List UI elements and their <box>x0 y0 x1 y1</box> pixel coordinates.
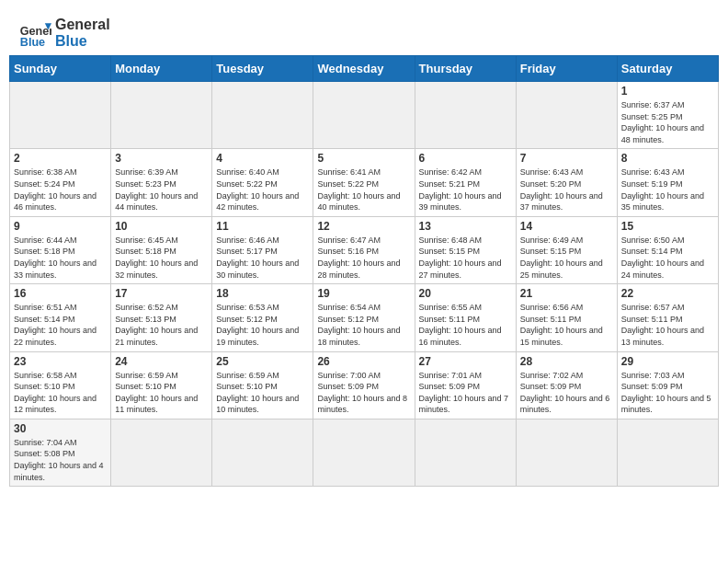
day-number: 25 <box>216 355 309 368</box>
calendar-day-cell: 17Sunrise: 6:52 AM Sunset: 5:13 PM Dayli… <box>111 284 212 351</box>
calendar-day-cell: 5Sunrise: 6:41 AM Sunset: 5:22 PM Daylig… <box>313 149 415 216</box>
calendar-day-cell <box>111 82 212 149</box>
day-number: 30 <box>14 422 107 435</box>
day-number: 9 <box>14 220 107 233</box>
logo-icon: General Blue <box>18 17 51 50</box>
calendar-week-row: 30Sunrise: 7:04 AM Sunset: 5:08 PM Dayli… <box>10 419 719 486</box>
day-of-week-header: Thursday <box>415 56 516 82</box>
day-sun-info: Sunrise: 6:46 AM Sunset: 5:17 PM Dayligh… <box>216 235 309 281</box>
calendar-day-cell: 2Sunrise: 6:38 AM Sunset: 5:24 PM Daylig… <box>10 149 111 216</box>
logo-blue-text: Blue <box>55 33 110 50</box>
calendar-day-cell: 11Sunrise: 6:46 AM Sunset: 5:17 PM Dayli… <box>212 216 313 283</box>
calendar-day-cell <box>516 82 617 149</box>
calendar-day-cell: 3Sunrise: 6:39 AM Sunset: 5:23 PM Daylig… <box>111 149 212 216</box>
day-sun-info: Sunrise: 6:40 AM Sunset: 5:22 PM Dayligh… <box>216 167 309 213</box>
day-of-week-header: Tuesday <box>212 56 313 82</box>
day-sun-info: Sunrise: 6:38 AM Sunset: 5:24 PM Dayligh… <box>14 167 107 213</box>
calendar-day-cell: 16Sunrise: 6:51 AM Sunset: 5:14 PM Dayli… <box>10 284 111 351</box>
day-sun-info: Sunrise: 6:43 AM Sunset: 5:20 PM Dayligh… <box>520 167 613 213</box>
day-number: 4 <box>216 152 309 165</box>
svg-text:Blue: Blue <box>20 36 45 49</box>
day-sun-info: Sunrise: 6:55 AM Sunset: 5:11 PM Dayligh… <box>419 302 512 348</box>
day-number: 14 <box>520 220 613 233</box>
day-sun-info: Sunrise: 6:42 AM Sunset: 5:21 PM Dayligh… <box>419 167 512 213</box>
day-number: 16 <box>14 287 107 300</box>
calendar-day-cell <box>415 82 516 149</box>
calendar-day-cell: 8Sunrise: 6:43 AM Sunset: 5:19 PM Daylig… <box>617 149 718 216</box>
day-sun-info: Sunrise: 6:39 AM Sunset: 5:23 PM Dayligh… <box>115 167 208 213</box>
calendar-day-cell: 29Sunrise: 7:03 AM Sunset: 5:09 PM Dayli… <box>617 351 718 419</box>
calendar-day-cell: 24Sunrise: 6:59 AM Sunset: 5:10 PM Dayli… <box>111 351 212 419</box>
calendar-day-cell: 25Sunrise: 6:59 AM Sunset: 5:10 PM Dayli… <box>212 351 313 419</box>
day-number: 11 <box>216 220 309 233</box>
calendar-week-row: 23Sunrise: 6:58 AM Sunset: 5:10 PM Dayli… <box>10 351 719 419</box>
day-sun-info: Sunrise: 6:57 AM Sunset: 5:11 PM Dayligh… <box>621 302 714 348</box>
calendar-day-cell <box>111 419 212 486</box>
day-sun-info: Sunrise: 6:45 AM Sunset: 5:18 PM Dayligh… <box>115 235 208 281</box>
calendar-day-cell: 28Sunrise: 7:02 AM Sunset: 5:09 PM Dayli… <box>516 351 617 419</box>
day-number: 2 <box>14 152 107 165</box>
day-number: 6 <box>419 152 512 165</box>
calendar-day-cell <box>212 82 313 149</box>
calendar-day-cell <box>415 419 516 486</box>
calendar-table: SundayMondayTuesdayWednesdayThursdayFrid… <box>9 55 719 487</box>
calendar-day-cell <box>617 419 718 486</box>
calendar-week-row: 2Sunrise: 6:38 AM Sunset: 5:24 PM Daylig… <box>10 149 719 216</box>
calendar-day-cell: 26Sunrise: 7:00 AM Sunset: 5:09 PM Dayli… <box>313 351 415 419</box>
calendar-day-cell: 1Sunrise: 6:37 AM Sunset: 5:25 PM Daylig… <box>617 82 718 149</box>
calendar-day-cell: 12Sunrise: 6:47 AM Sunset: 5:16 PM Dayli… <box>313 216 415 283</box>
day-of-week-header: Wednesday <box>313 56 415 82</box>
calendar-day-cell: 15Sunrise: 6:50 AM Sunset: 5:14 PM Dayli… <box>617 216 718 283</box>
day-number: 8 <box>621 152 714 165</box>
day-sun-info: Sunrise: 6:53 AM Sunset: 5:12 PM Dayligh… <box>216 302 309 348</box>
day-sun-info: Sunrise: 6:56 AM Sunset: 5:11 PM Dayligh… <box>520 302 613 348</box>
calendar-day-cell: 22Sunrise: 6:57 AM Sunset: 5:11 PM Dayli… <box>617 284 718 351</box>
day-sun-info: Sunrise: 6:47 AM Sunset: 5:16 PM Dayligh… <box>317 235 410 281</box>
day-number: 5 <box>317 152 410 165</box>
day-number: 19 <box>317 287 410 300</box>
calendar-day-cell: 19Sunrise: 6:54 AM Sunset: 5:12 PM Dayli… <box>313 284 415 351</box>
day-number: 10 <box>115 220 208 233</box>
day-of-week-header: Monday <box>111 56 212 82</box>
calendar-day-cell: 9Sunrise: 6:44 AM Sunset: 5:18 PM Daylig… <box>10 216 111 283</box>
calendar-day-cell: 20Sunrise: 6:55 AM Sunset: 5:11 PM Dayli… <box>415 284 516 351</box>
calendar-day-cell: 18Sunrise: 6:53 AM Sunset: 5:12 PM Dayli… <box>212 284 313 351</box>
day-sun-info: Sunrise: 6:59 AM Sunset: 5:10 PM Dayligh… <box>115 370 208 416</box>
header: General Blue General Blue <box>9 9 719 55</box>
day-number: 18 <box>216 287 309 300</box>
day-sun-info: Sunrise: 6:44 AM Sunset: 5:18 PM Dayligh… <box>14 235 107 281</box>
day-sun-info: Sunrise: 7:01 AM Sunset: 5:09 PM Dayligh… <box>419 370 512 416</box>
calendar-week-row: 1Sunrise: 6:37 AM Sunset: 5:25 PM Daylig… <box>10 82 719 149</box>
day-number: 27 <box>419 355 512 368</box>
day-sun-info: Sunrise: 6:51 AM Sunset: 5:14 PM Dayligh… <box>14 302 107 348</box>
calendar-day-cell: 4Sunrise: 6:40 AM Sunset: 5:22 PM Daylig… <box>212 149 313 216</box>
logo-general-text: General <box>55 17 110 33</box>
day-number: 12 <box>317 220 410 233</box>
day-number: 26 <box>317 355 410 368</box>
day-sun-info: Sunrise: 6:52 AM Sunset: 5:13 PM Dayligh… <box>115 302 208 348</box>
day-number: 29 <box>621 355 714 368</box>
calendar-day-cell: 30Sunrise: 7:04 AM Sunset: 5:08 PM Dayli… <box>10 419 111 486</box>
calendar-day-cell <box>10 82 111 149</box>
calendar-day-cell: 21Sunrise: 6:56 AM Sunset: 5:11 PM Dayli… <box>516 284 617 351</box>
day-sun-info: Sunrise: 7:04 AM Sunset: 5:08 PM Dayligh… <box>14 437 107 483</box>
day-number: 13 <box>419 220 512 233</box>
day-sun-info: Sunrise: 7:03 AM Sunset: 5:09 PM Dayligh… <box>621 370 714 416</box>
day-sun-info: Sunrise: 6:43 AM Sunset: 5:19 PM Dayligh… <box>621 167 714 213</box>
day-sun-info: Sunrise: 6:41 AM Sunset: 5:22 PM Dayligh… <box>317 167 410 213</box>
day-sun-info: Sunrise: 6:59 AM Sunset: 5:10 PM Dayligh… <box>216 370 309 416</box>
calendar-day-cell <box>212 419 313 486</box>
day-number: 7 <box>520 152 613 165</box>
calendar-day-cell: 10Sunrise: 6:45 AM Sunset: 5:18 PM Dayli… <box>111 216 212 283</box>
day-number: 23 <box>14 355 107 368</box>
calendar-day-cell: 6Sunrise: 6:42 AM Sunset: 5:21 PM Daylig… <box>415 149 516 216</box>
day-sun-info: Sunrise: 6:48 AM Sunset: 5:15 PM Dayligh… <box>419 235 512 281</box>
day-sun-info: Sunrise: 6:50 AM Sunset: 5:14 PM Dayligh… <box>621 235 714 281</box>
day-sun-info: Sunrise: 6:49 AM Sunset: 5:15 PM Dayligh… <box>520 235 613 281</box>
day-sun-info: Sunrise: 7:00 AM Sunset: 5:09 PM Dayligh… <box>317 370 410 416</box>
day-number: 21 <box>520 287 613 300</box>
calendar-day-cell: 23Sunrise: 6:58 AM Sunset: 5:10 PM Dayli… <box>10 351 111 419</box>
day-number: 22 <box>621 287 714 300</box>
calendar-header-row: SundayMondayTuesdayWednesdayThursdayFrid… <box>10 56 719 82</box>
day-number: 20 <box>419 287 512 300</box>
